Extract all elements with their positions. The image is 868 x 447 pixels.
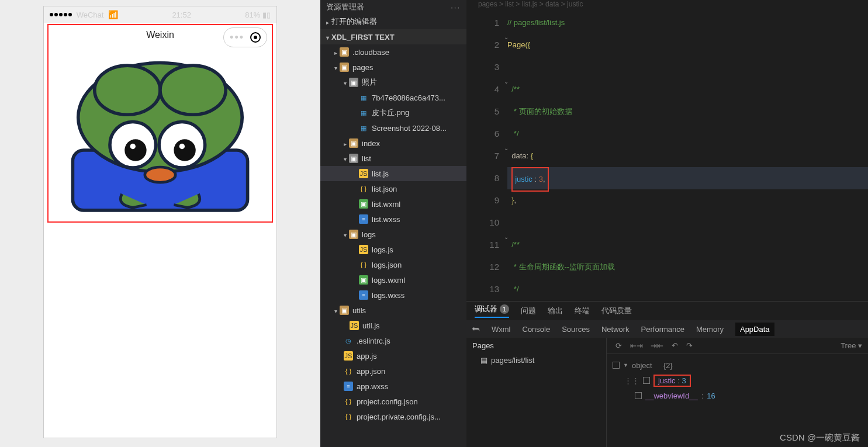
code-editor[interactable]: 123 456 789 101112 13 ⌄ ⌄ ⌄ ⌄ // pages/l…	[466, 12, 868, 301]
section-open-editors[interactable]: 打开的编辑器	[320, 14, 466, 29]
file-project-private[interactable]: { }project.private.config.js...	[320, 409, 466, 424]
highlight-red-box: Weixin •••	[47, 24, 273, 223]
tab-console[interactable]: Console	[523, 325, 551, 334]
drag-icon[interactable]: ⋮⋮	[624, 376, 639, 385]
breadcrumb: pages > list > list.js > data > justic	[466, 0, 868, 12]
file-list-wxss[interactable]: ≡list.wxss	[320, 212, 466, 227]
file-img2[interactable]: ▦皮卡丘.png	[320, 105, 466, 120]
status-bar: WeChat 📶 21:52 81% ▮▯	[44, 6, 276, 23]
tab-performance[interactable]: Performance	[641, 325, 684, 334]
tab-network[interactable]: Network	[601, 325, 630, 334]
folder-cloudbase[interactable]: ▣.cloudbase	[320, 44, 466, 60]
appdata-pages: Pages ▤pages/list/list	[466, 338, 607, 447]
svg-point-2	[95, 65, 160, 115]
simulator-panel: WeChat 📶 21:52 81% ▮▯ Weixin •••	[0, 0, 320, 447]
tab-debugger[interactable]: 调试器1	[475, 304, 509, 318]
explorer-panel: 资源管理器 ··· 打开的编辑器 XDL_FIRST TEXT ▣.cloudb…	[320, 0, 466, 447]
tab-sources[interactable]: Sources	[562, 325, 590, 334]
file-list-json[interactable]: { }list.json	[320, 181, 466, 196]
undo-icon[interactable]: ↶	[672, 341, 678, 350]
badge-count: 1	[500, 304, 509, 314]
file-app-json[interactable]: { }app.json	[320, 363, 466, 379]
explorer-title: 资源管理器	[326, 2, 364, 12]
folder-list[interactable]: ▣list	[320, 151, 466, 166]
battery-label: 81% ▮▯	[245, 11, 271, 19]
tab-memory[interactable]: Memory	[696, 325, 724, 334]
refresh-icon[interactable]: ⟳	[615, 341, 622, 350]
fold-icon[interactable]: ⌄	[502, 234, 509, 240]
folder-photos[interactable]: ▣照片	[320, 75, 466, 90]
file-app-wxss[interactable]: ≡app.wxss	[320, 379, 466, 394]
file-logs-wxss[interactable]: ≡logs.wxss	[320, 287, 466, 303]
editor-area: pages > list > list.js > data > justic 1…	[466, 0, 868, 447]
tab-output[interactable]: 输出	[548, 306, 563, 316]
clock-label: 21:52	[172, 11, 191, 19]
file-logs-js[interactable]: JSlogs.js	[320, 242, 466, 257]
highlight-red-box-code: justic : 3,	[511, 167, 548, 192]
folder-utils[interactable]: ▣utils	[320, 303, 466, 318]
appdata-body: ⟳ ⇤⇥ ⇥⇤ ↶ ↷ Tree ▾ ▼object {2} ⋮⋮justic …	[607, 338, 868, 447]
phone-simulator: WeChat 📶 21:52 81% ▮▯ Weixin •••	[43, 6, 277, 438]
svg-point-9	[179, 144, 185, 149]
file-list-wxml[interactable]: ▣list.wxml	[320, 196, 466, 212]
file-logs-json[interactable]: { }logs.json	[320, 257, 466, 272]
folder-logs[interactable]: ▣logs	[320, 227, 466, 242]
tab-issues[interactable]: 问题	[521, 306, 536, 316]
fold-icon[interactable]: ⌄	[502, 34, 509, 40]
tab-terminal[interactable]: 终端	[575, 306, 590, 316]
frog-image	[51, 48, 269, 219]
devtools-tabs: ⮪ Wxml Console Sources Network Performan…	[466, 320, 868, 338]
carrier-label: WeChat	[77, 11, 104, 19]
signal-icon: WeChat 📶	[50, 10, 118, 19]
file-util-js[interactable]: JSutil.js	[320, 318, 466, 333]
svg-point-6	[125, 139, 146, 161]
debugger-tabs: 调试器1 问题 输出 终端 代码质量	[466, 302, 868, 320]
watermark: CSDN @一碗黄豆酱	[780, 432, 860, 443]
file-app-js[interactable]: JSapp.js	[320, 348, 466, 363]
file-img1[interactable]: ▦7b47e8086ac6a473...	[320, 90, 466, 105]
capsule-buttons[interactable]: •••	[223, 27, 267, 47]
explorer-menu-icon[interactable]: ···	[451, 3, 461, 12]
folder-index[interactable]: ▣index	[320, 136, 466, 151]
svg-point-7	[130, 144, 136, 149]
pages-title: Pages	[466, 338, 606, 354]
appdata-tree[interactable]: ▼object {2} ⋮⋮justic : 3 __webviewId__ :…	[607, 354, 868, 407]
tab-quality[interactable]: 代码质量	[601, 306, 632, 316]
close-target-icon[interactable]	[250, 32, 261, 43]
tree-mode[interactable]: Tree ▾	[841, 341, 862, 350]
file-logs-wxml[interactable]: ▣logs.wxml	[320, 272, 466, 287]
tab-wxml[interactable]: Wxml	[492, 325, 511, 334]
appdata-toolbar: ⟳ ⇤⇥ ⇥⇤ ↶ ↷ Tree ▾	[607, 338, 868, 354]
svg-point-8	[174, 139, 195, 161]
app-title: Weixin	[146, 30, 174, 40]
file-list-js[interactable]: JSlist.js	[320, 166, 466, 181]
file-icon: ▤	[480, 356, 487, 365]
more-icon[interactable]: •••	[230, 32, 244, 44]
battery-icon: ▮▯	[262, 11, 271, 19]
fold-icon[interactable]: ⌄	[502, 145, 509, 151]
svg-point-10	[145, 167, 175, 182]
code-content[interactable]: // pages/list/list.js Page({ /** * 页面的初始…	[507, 12, 868, 301]
highlight-red-box-data: justic : 3	[653, 375, 691, 387]
tab-appdata[interactable]: AppData	[735, 323, 774, 336]
expand-out-icon[interactable]: ⇥⇤	[651, 341, 663, 350]
file-project-config[interactable]: { }project.config.json	[320, 394, 466, 409]
explorer-header: 资源管理器 ···	[320, 0, 466, 14]
fold-icon[interactable]: ⌄	[502, 78, 509, 85]
inspect-icon[interactable]: ⮪	[472, 325, 480, 334]
redo-icon[interactable]: ↷	[686, 341, 693, 350]
svg-point-3	[160, 65, 226, 115]
debugger-panel: 调试器1 问题 输出 终端 代码质量 ⮪ Wxml Console Source…	[466, 301, 868, 447]
file-eslintrc[interactable]: ◷.eslintrc.js	[320, 333, 466, 348]
section-project[interactable]: XDL_FIRST TEXT	[320, 29, 466, 44]
page-item[interactable]: ▤pages/list/list	[466, 354, 606, 367]
line-gutter: 123 456 789 101112 13 ⌄ ⌄ ⌄ ⌄	[466, 12, 507, 301]
chevron-down-icon: ▾	[858, 341, 862, 350]
file-img3[interactable]: ▦Screenshot 2022-08...	[320, 120, 466, 136]
collapse-in-icon[interactable]: ⇤⇥	[630, 341, 643, 350]
wifi-icon: 📶	[108, 10, 118, 19]
folder-pages[interactable]: ▣pages	[320, 60, 466, 75]
